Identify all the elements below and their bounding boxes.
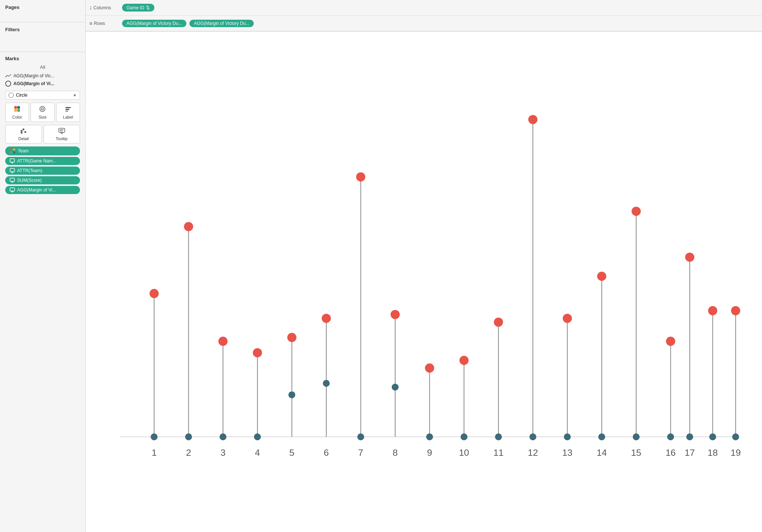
comment-icon-1 (10, 158, 15, 164)
filters-label: Filters (5, 27, 80, 32)
svg-rect-21 (10, 168, 15, 172)
line-icon (5, 74, 11, 78)
x-label-6: 6 (324, 448, 329, 458)
comment-icon-2 (10, 168, 15, 173)
x-label-11: 11 (493, 448, 503, 458)
rows-field-2[interactable]: AGG(Margin of Victory Du... (189, 20, 254, 27)
svg-point-10 (23, 129, 25, 130)
svg-point-12 (21, 132, 23, 134)
marks-all-label: All (5, 64, 80, 70)
svg-rect-20 (10, 159, 15, 162)
data-point (666, 337, 675, 346)
color-icon (7, 105, 27, 114)
x-label-17: 17 (685, 448, 695, 458)
data-point (495, 433, 502, 441)
team-dots-icon (10, 148, 16, 154)
data-point (731, 306, 740, 315)
svg-point-17 (13, 148, 15, 151)
rows-field-1[interactable]: AGG(Margin of Victory Du... (122, 20, 186, 27)
label-button[interactable]: Label (56, 103, 80, 122)
game-name-pill[interactable]: ATTR(Game Nam... (5, 157, 80, 165)
svg-rect-22 (10, 178, 15, 181)
x-label-8: 8 (393, 448, 398, 458)
marks-line-item[interactable]: AGG(Margin of Vic... (5, 72, 80, 80)
svg-point-16 (10, 148, 12, 151)
data-point (253, 348, 262, 357)
rows-icon: ≡ (89, 20, 92, 26)
data-point (357, 433, 364, 441)
svg-point-0 (14, 106, 17, 109)
data-point (254, 433, 261, 441)
sum-score-pill-label: SUM(Score) (17, 178, 42, 183)
tooltip-label: Tooltip (56, 136, 68, 141)
svg-rect-13 (59, 128, 65, 132)
agg-margin-pill[interactable]: AGG(Margin of Vi... (5, 186, 80, 194)
sum-score-pill[interactable]: SUM(Score) (5, 176, 80, 184)
agg-margin-pill-label: AGG(Margin of Vi... (17, 187, 56, 193)
pages-section: Pages (0, 0, 85, 22)
svg-point-1 (17, 106, 20, 109)
marks-label: Marks (5, 56, 80, 61)
svg-point-3 (17, 109, 20, 112)
data-point (732, 433, 739, 441)
dropdown-label: Circle (16, 93, 71, 98)
detail-icon (7, 128, 40, 136)
marks-line-label: AGG(Margin of Vic... (13, 73, 54, 78)
game-id-pill[interactable]: Game ID ⇅ (122, 4, 154, 12)
x-label-3: 3 (220, 448, 225, 458)
color-button[interactable]: Color (5, 103, 29, 122)
data-point (322, 314, 331, 323)
data-point (151, 433, 158, 441)
data-point (356, 172, 365, 181)
data-point (597, 272, 606, 281)
dropdown-circle-icon (9, 93, 14, 98)
x-label-4: 4 (255, 448, 260, 458)
columns-label-text: Columns (93, 5, 111, 10)
sidebar: Pages Filters Marks All AGG(Margin of Vi… (0, 0, 86, 532)
size-button[interactable]: Size (31, 103, 54, 122)
columns-icon: ⫶ (89, 5, 92, 11)
data-point (287, 333, 297, 342)
x-label-12: 12 (528, 448, 538, 458)
data-point (633, 433, 640, 441)
marks-circle-item[interactable]: AGG(Margin of Vi... (5, 80, 80, 88)
data-point (494, 317, 503, 327)
data-point (425, 364, 434, 373)
circle-icon (5, 81, 11, 87)
svg-point-18 (10, 151, 12, 154)
data-point (685, 252, 694, 262)
svg-point-5 (41, 108, 44, 110)
tooltip-icon (45, 128, 79, 136)
svg-rect-6 (65, 107, 71, 108)
data-point (392, 384, 399, 391)
x-label-19: 19 (730, 448, 740, 458)
data-point (563, 314, 572, 323)
x-label-7: 7 (358, 448, 364, 458)
pill-list: Team ATTR(Game Nam... ATTR(Team) (5, 146, 80, 194)
game-name-pill-label: ATTR(Game Nam... (17, 158, 57, 164)
data-point (686, 433, 694, 441)
size-label: Size (39, 115, 47, 119)
mark-type-dropdown[interactable]: Circle ▼ (5, 91, 80, 100)
attr-team-pill[interactable]: ATTR(Team) (5, 167, 80, 175)
size-icon (32, 105, 52, 114)
data-point (220, 433, 227, 441)
svg-point-4 (40, 106, 45, 112)
x-label-13: 13 (562, 448, 572, 458)
sort-icon: ⇅ (146, 5, 150, 10)
x-label-14: 14 (597, 448, 607, 458)
detail-button[interactable]: Detail (5, 125, 42, 144)
data-point (218, 337, 228, 346)
rows-label-text: Rows (94, 21, 105, 26)
x-label-10: 10 (459, 448, 469, 458)
tooltip-button[interactable]: Tooltip (44, 125, 80, 144)
x-label-5: 5 (289, 448, 295, 458)
rows-field-1-label: AGG(Margin of Victory Du... (127, 21, 182, 26)
svg-point-19 (13, 151, 15, 154)
filters-section: Filters (0, 22, 85, 52)
svg-point-11 (25, 131, 26, 133)
columns-shelf-label: ⫶ Columns (89, 5, 119, 11)
team-pill[interactable]: Team (5, 146, 80, 155)
shelf-area: ⫶ Columns Game ID ⇅ ≡ Rows AGG(Margin of… (86, 0, 762, 32)
data-point (288, 391, 295, 399)
